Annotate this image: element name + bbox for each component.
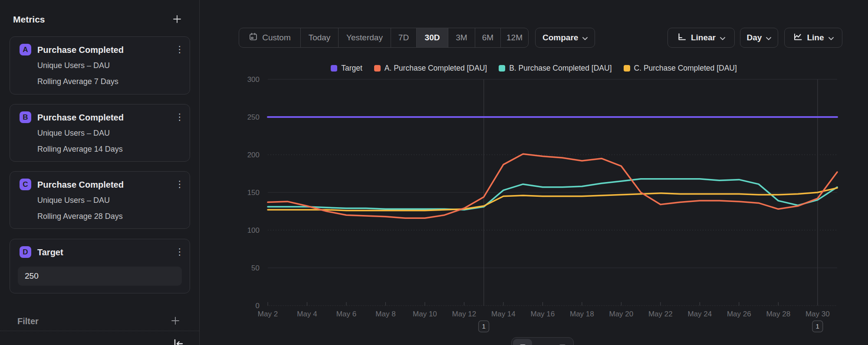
range-today[interactable]: Today — [300, 28, 338, 47]
metric-badge-d: D — [20, 246, 31, 258]
range-label: 7D — [398, 33, 409, 42]
kebab-menu-icon[interactable]: ⋮ — [174, 178, 185, 191]
y-axis-label: 200 — [247, 151, 260, 159]
kebab-menu-icon[interactable]: ⋮ — [174, 245, 185, 258]
card-size-toggle — [511, 337, 574, 345]
calendar-icon — [249, 32, 258, 43]
chart-type-label: Line — [807, 33, 824, 42]
sidebar-title: Metrics — [13, 14, 45, 25]
metric-badge-a: A — [20, 44, 31, 55]
range-custom[interactable]: Custom — [239, 28, 300, 47]
legend-item[interactable]: A. Purchase Completed [DAU] — [374, 64, 487, 73]
range-yesterday[interactable]: Yesterday — [338, 28, 391, 47]
x-axis-label: May 18 — [570, 310, 594, 318]
range-label: Yesterday — [346, 33, 383, 42]
x-axis-label: May 24 — [687, 310, 712, 318]
legend-item[interactable]: Target — [331, 64, 362, 73]
series-line-c[interactable] — [268, 188, 837, 211]
granularity-select-button[interactable]: Day — [740, 28, 778, 48]
chevron-down-icon — [829, 33, 834, 42]
x-axis-label: May 10 — [413, 310, 437, 318]
legend-swatch — [374, 65, 381, 72]
metric-badge-c: C — [20, 179, 31, 190]
range-label: 6M — [482, 33, 493, 42]
legend-swatch — [624, 65, 630, 72]
y-axis-label: 300 — [247, 75, 260, 84]
x-axis-label: May 20 — [609, 310, 633, 318]
metric-badge-b: B — [20, 111, 31, 123]
legend-item[interactable]: C. Purchase Completed [DAU] — [624, 64, 737, 73]
annotation-badge-label: 1 — [816, 322, 819, 330]
range-label: Custom — [262, 33, 290, 42]
line-chart-icon — [793, 32, 802, 44]
x-axis-label: May 22 — [648, 310, 673, 318]
legend-label: Target — [341, 64, 362, 73]
legend-swatch — [331, 65, 337, 72]
plus-icon — [171, 316, 180, 327]
y-axis-label: 150 — [247, 189, 260, 197]
scale-select-button[interactable]: Linear — [667, 28, 735, 48]
target-card[interactable]: D Target ⋮ — [10, 239, 190, 293]
metric-card-c[interactable]: C Purchase Completed ⋮ Unique Users – DA… — [10, 171, 190, 229]
range-3m[interactable]: 3M — [448, 28, 475, 47]
annotation-badge-label: 1 — [482, 322, 485, 330]
y-axis-label: 100 — [247, 226, 260, 234]
range-12m[interactable]: 12M — [500, 28, 528, 47]
legend-item[interactable]: B. Purchase Completed [DAU] — [499, 64, 612, 73]
x-axis-label: May 2 — [258, 310, 278, 318]
metric-transform: Rolling Average 7 Days — [37, 77, 118, 86]
range-label: 12M — [506, 33, 523, 42]
y-axis-label: 250 — [247, 113, 260, 121]
x-axis-label: May 28 — [766, 310, 790, 318]
range-30d[interactable]: 30D — [416, 28, 448, 47]
x-axis-label: May 8 — [375, 310, 395, 318]
scale-label: Linear — [691, 33, 716, 42]
legend-swatch — [499, 65, 505, 72]
metric-measure: Unique Users – DAU — [37, 196, 110, 205]
x-axis-label: May 30 — [806, 310, 830, 318]
kebab-menu-icon[interactable]: ⋮ — [174, 43, 185, 56]
range-label: 30D — [425, 33, 440, 42]
granularity-label: Day — [747, 33, 762, 42]
x-axis-label: May 16 — [531, 310, 555, 318]
metric-measure: Unique Users – DAU — [37, 129, 110, 138]
size-small-button[interactable] — [513, 339, 532, 345]
size-medium-button[interactable] — [533, 339, 552, 345]
filter-section: Filter — [17, 315, 180, 328]
chart-svg: 050100150200250300May 2May 4May 6May 8Ma… — [200, 74, 868, 345]
y-axis-label: 0 — [256, 302, 260, 310]
date-range-control: Custom Today Yesterday 7D 30D 3M 6M 12M — [239, 28, 529, 48]
kebab-menu-icon[interactable]: ⋮ — [174, 111, 185, 124]
range-7d[interactable]: 7D — [391, 28, 416, 47]
add-metric-button[interactable] — [172, 14, 182, 25]
chart-panel: Custom Today Yesterday 7D 30D 3M 6M 12M … — [200, 0, 868, 345]
linear-axes-icon — [677, 32, 687, 44]
metric-card-b[interactable]: B Purchase Completed ⋮ Unique Users – DA… — [10, 104, 190, 162]
x-axis-label: May 12 — [452, 310, 477, 318]
chart-type-select-button[interactable]: Line — [784, 28, 842, 48]
y-axis-label: 50 — [251, 264, 260, 272]
compare-button[interactable]: Compare — [535, 28, 595, 48]
legend-label: A. Purchase Completed [DAU] — [385, 64, 487, 73]
plus-icon — [172, 14, 182, 25]
chart-legend: TargetA. Purchase Completed [DAU]B. Purc… — [200, 63, 868, 73]
range-6m[interactable]: 6M — [475, 28, 500, 47]
range-label: 3M — [456, 33, 467, 42]
metric-transform: Rolling Average 14 Days — [37, 145, 123, 154]
chevron-down-icon — [582, 33, 588, 42]
add-filter-button[interactable] — [171, 316, 180, 327]
target-title: Target — [37, 247, 63, 257]
filter-title: Filter — [17, 316, 39, 326]
collapse-left-icon — [173, 338, 184, 345]
legend-label: C. Purchase Completed [DAU] — [634, 64, 737, 73]
metric-card-a[interactable]: A Purchase Completed ⋮ Unique Users – DA… — [10, 36, 190, 94]
sidebar-header: Metrics — [13, 13, 182, 26]
metric-measure: Unique Users – DAU — [37, 61, 110, 70]
size-large-button[interactable] — [553, 339, 572, 345]
chart-area[interactable]: 050100150200250300May 2May 4May 6May 8Ma… — [200, 74, 868, 345]
collapse-sidebar-button[interactable] — [173, 338, 184, 345]
sidebar-divider — [0, 331, 199, 331]
target-value-input[interactable] — [18, 267, 182, 286]
chevron-down-icon — [766, 33, 771, 42]
x-axis-label: May 14 — [491, 310, 516, 318]
